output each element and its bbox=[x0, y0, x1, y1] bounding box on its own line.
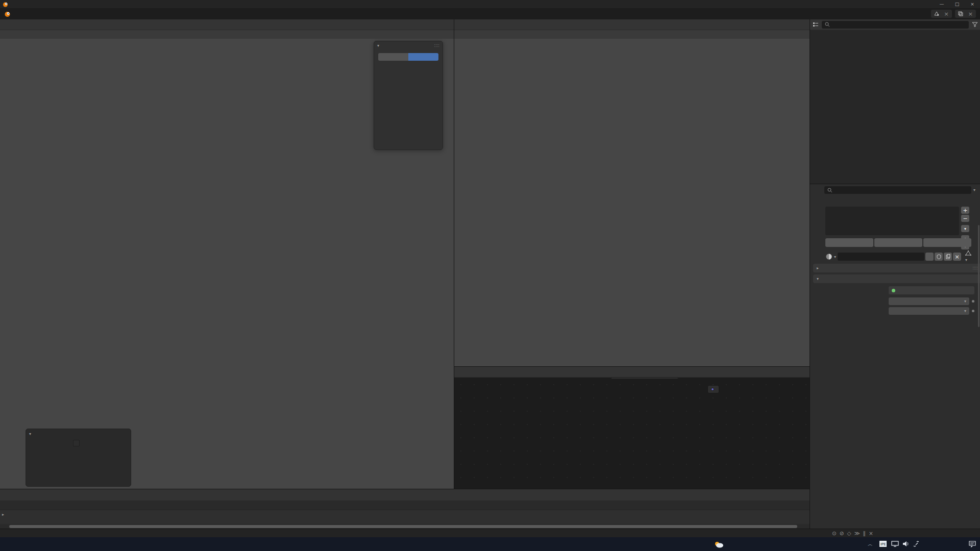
median-label bbox=[374, 49, 443, 52]
status-bar: ⊙⊘◇≫∥× bbox=[0, 529, 980, 538]
view-layer-selector[interactable]: × bbox=[955, 10, 976, 18]
local-button[interactable] bbox=[408, 53, 438, 61]
editor-type-icon[interactable] bbox=[813, 21, 819, 28]
viewport-left-canvas[interactable]: ▾:::: ▾ bbox=[0, 39, 454, 489]
topbar-right: × × bbox=[928, 10, 980, 18]
material-browse-icon[interactable] bbox=[825, 253, 832, 260]
surface-shader-row bbox=[825, 286, 974, 294]
deselect-button[interactable] bbox=[923, 238, 971, 247]
blender-menu-icon[interactable] bbox=[4, 11, 11, 17]
unlink-icon[interactable]: × bbox=[953, 253, 961, 261]
delimit-label bbox=[26, 447, 73, 448]
assign-row bbox=[825, 238, 971, 247]
blender-app-icon bbox=[3, 2, 8, 7]
properties-scrollbar[interactable] bbox=[978, 225, 979, 327]
surface-section[interactable]: ▾ bbox=[813, 274, 980, 283]
timeline-header bbox=[0, 489, 810, 500]
close-button[interactable]: × bbox=[965, 0, 980, 8]
weather-icon bbox=[714, 540, 724, 548]
outliner-header bbox=[810, 19, 980, 30]
users-count[interactable] bbox=[925, 253, 934, 261]
tray-network-icon[interactable] bbox=[913, 541, 920, 547]
topbar: × × bbox=[0, 8, 980, 20]
fake-user-icon[interactable] bbox=[935, 253, 943, 261]
preview-section[interactable]: ▸:::: bbox=[813, 264, 980, 272]
outliner bbox=[810, 19, 980, 184]
tray-display-icon[interactable] bbox=[891, 541, 899, 547]
navigation-gizmo[interactable] bbox=[333, 42, 365, 74]
distribution-dropdown[interactable]: ▾ bbox=[889, 297, 969, 305]
deselect-checkbox[interactable] bbox=[73, 440, 80, 446]
collapse-icon[interactable]: ▾ bbox=[377, 43, 379, 48]
material-name-field[interactable] bbox=[838, 253, 924, 261]
material-output-node[interactable] bbox=[707, 385, 719, 393]
taskbar: ︿ IPE bbox=[0, 537, 980, 551]
principled-bsdf-node[interactable] bbox=[611, 377, 678, 379]
outliner-search-input[interactable] bbox=[822, 21, 969, 29]
browse-dropdown-icon[interactable]: ▾ bbox=[834, 255, 836, 259]
transform-panel: ▾:::: bbox=[374, 41, 443, 150]
material-slot-list bbox=[825, 207, 959, 235]
select-linked-panel: ▾ bbox=[26, 429, 131, 487]
surface-shader-button[interactable] bbox=[889, 286, 974, 294]
viewport-right-tool-settings bbox=[454, 30, 810, 39]
sss-method-row: ▾ bbox=[889, 307, 974, 315]
tray-expand-icon[interactable]: ︿ bbox=[868, 541, 873, 548]
select-button[interactable] bbox=[874, 238, 922, 247]
filter-icon[interactable] bbox=[972, 22, 978, 27]
tray-ime-icon[interactable]: IPE bbox=[879, 540, 887, 547]
distribution-row: ▾ bbox=[889, 297, 974, 305]
properties-editor: ▾ + − ▾ ▴ ▾ ▾ × ▾ ▸:::: ▾ bbox=[810, 184, 980, 529]
weather-widget[interactable] bbox=[714, 537, 726, 551]
notification-center-icon[interactable] bbox=[969, 541, 976, 547]
viewport-right-header bbox=[454, 19, 810, 30]
viewport-left-tool-settings bbox=[0, 30, 454, 39]
edges-data-label bbox=[374, 64, 443, 66]
timeline-tracks[interactable]: ▸ bbox=[0, 510, 810, 524]
viewport-left: ▾:::: ▾ bbox=[0, 19, 454, 489]
displacement-socket[interactable] bbox=[711, 388, 714, 391]
mesh-data-icon[interactable]: ▾ bbox=[965, 251, 971, 263]
slot-specials-button[interactable]: ▾ bbox=[961, 225, 969, 232]
viewport-right-canvas[interactable] bbox=[454, 39, 810, 366]
viewport-left-header bbox=[0, 19, 454, 30]
shader-editor bbox=[454, 366, 810, 489]
new-material-icon[interactable] bbox=[944, 253, 952, 261]
remove-slot-button[interactable]: − bbox=[961, 215, 969, 222]
navigation-gizmo[interactable] bbox=[775, 42, 808, 74]
filter-dropdown-icon[interactable]: ▾ bbox=[973, 188, 975, 192]
material-datablock-row: ▾ × ▾ bbox=[825, 251, 971, 263]
scene-selector[interactable]: × bbox=[931, 10, 952, 18]
channel-expand-icon[interactable]: ▸ bbox=[2, 512, 4, 517]
properties-header: ▾ bbox=[824, 186, 977, 194]
properties-search-input[interactable] bbox=[824, 186, 971, 194]
shader-editor-header bbox=[454, 367, 810, 378]
timeline: ▸ bbox=[0, 489, 810, 529]
collapse-icon[interactable]: ▾ bbox=[29, 432, 31, 436]
shader-editor-canvas[interactable] bbox=[454, 378, 810, 489]
overlay-tool-icons: ⊙⊘◇≫∥× bbox=[832, 530, 876, 536]
blender-window: — □ × × × ▾:::: bbox=[0, 0, 980, 551]
sss-method-dropdown[interactable]: ▾ bbox=[889, 307, 969, 315]
timeline-ruler[interactable] bbox=[0, 500, 810, 510]
viewport-right bbox=[454, 19, 810, 366]
titlebar: — □ × bbox=[0, 0, 980, 8]
assign-button[interactable] bbox=[825, 238, 873, 247]
viewport-right-3d-render[interactable] bbox=[454, 39, 810, 366]
timeline-scrollbar[interactable] bbox=[9, 525, 797, 528]
add-slot-button[interactable]: + bbox=[961, 207, 969, 214]
svg-text:IPE: IPE bbox=[880, 542, 886, 546]
tray-volume-icon[interactable] bbox=[902, 541, 910, 547]
maximize-button[interactable]: □ bbox=[949, 0, 965, 8]
orientation-toggle bbox=[378, 53, 438, 61]
global-button[interactable] bbox=[378, 53, 408, 61]
minimize-button[interactable]: — bbox=[934, 0, 949, 8]
